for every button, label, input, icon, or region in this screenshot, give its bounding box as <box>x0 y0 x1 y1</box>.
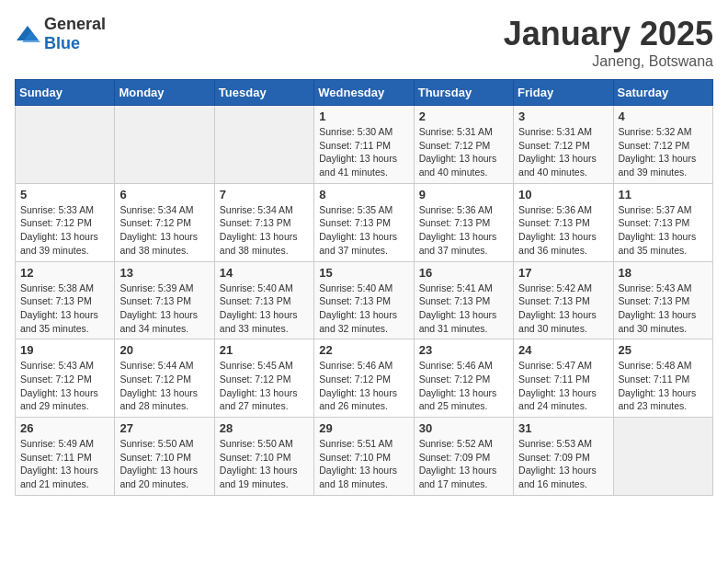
day-info: Sunrise: 5:40 AMSunset: 7:13 PMDaylight:… <box>319 282 408 336</box>
calendar-cell <box>115 106 214 184</box>
calendar-cell: 18Sunrise: 5:43 AMSunset: 7:13 PMDayligh… <box>613 261 712 339</box>
calendar-cell: 10Sunrise: 5:36 AMSunset: 7:13 PMDayligh… <box>514 183 613 261</box>
calendar-cell: 22Sunrise: 5:46 AMSunset: 7:12 PMDayligh… <box>314 339 414 418</box>
calendar-cell: 3Sunrise: 5:31 AMSunset: 7:12 PMDaylight… <box>514 106 613 184</box>
day-info: Sunrise: 5:37 AMSunset: 7:13 PMDaylight:… <box>619 203 708 258</box>
calendar-title: January 2025 <box>504 15 713 53</box>
calendar-cell: 12Sunrise: 5:38 AMSunset: 7:13 PMDayligh… <box>16 261 115 339</box>
day-number: 30 <box>419 421 508 435</box>
day-number: 25 <box>619 343 708 357</box>
header-friday: Friday <box>514 80 613 106</box>
calendar-cell: 11Sunrise: 5:37 AMSunset: 7:13 PMDayligh… <box>613 183 712 261</box>
day-info: Sunrise: 5:46 AMSunset: 7:12 PMDaylight:… <box>419 359 508 413</box>
day-info: Sunrise: 5:44 AMSunset: 7:12 PMDaylight:… <box>119 359 209 413</box>
day-number: 22 <box>319 343 408 357</box>
calendar-cell: 2Sunrise: 5:31 AMSunset: 7:12 PMDaylight… <box>414 106 513 184</box>
day-number: 18 <box>619 266 708 280</box>
day-info: Sunrise: 5:34 AMSunset: 7:13 PMDaylight:… <box>220 203 309 258</box>
calendar-cell: 8Sunrise: 5:35 AMSunset: 7:13 PMDaylight… <box>314 183 414 261</box>
day-info: Sunrise: 5:51 AMSunset: 7:10 PMDaylight:… <box>319 437 408 491</box>
calendar-cell: 30Sunrise: 5:52 AMSunset: 7:09 PMDayligh… <box>414 418 513 496</box>
day-number: 16 <box>419 266 508 280</box>
calendar-table: SundayMondayTuesdayWednesdayThursdayFrid… <box>15 79 713 496</box>
calendar-cell: 25Sunrise: 5:48 AMSunset: 7:11 PMDayligh… <box>613 339 712 418</box>
day-info: Sunrise: 5:45 AMSunset: 7:12 PMDaylight:… <box>220 359 309 413</box>
calendar-cell: 14Sunrise: 5:40 AMSunset: 7:13 PMDayligh… <box>214 261 313 339</box>
day-info: Sunrise: 5:46 AMSunset: 7:12 PMDaylight:… <box>319 359 408 413</box>
calendar-cell: 17Sunrise: 5:42 AMSunset: 7:13 PMDayligh… <box>514 261 613 339</box>
calendar-cell: 24Sunrise: 5:47 AMSunset: 7:11 PMDayligh… <box>514 339 613 418</box>
calendar-cell: 31Sunrise: 5:53 AMSunset: 7:09 PMDayligh… <box>514 418 613 496</box>
day-info: Sunrise: 5:31 AMSunset: 7:12 PMDaylight:… <box>518 125 608 179</box>
calendar-cell: 28Sunrise: 5:50 AMSunset: 7:10 PMDayligh… <box>214 418 313 496</box>
calendar-cell: 5Sunrise: 5:33 AMSunset: 7:12 PMDaylight… <box>16 183 115 261</box>
calendar-cell: 27Sunrise: 5:50 AMSunset: 7:10 PMDayligh… <box>115 418 214 496</box>
calendar-cell: 19Sunrise: 5:43 AMSunset: 7:12 PMDayligh… <box>16 339 115 418</box>
day-number: 10 <box>518 188 608 201</box>
day-info: Sunrise: 5:42 AMSunset: 7:13 PMDaylight:… <box>518 282 608 336</box>
logo-text-general: General <box>44 15 106 33</box>
calendar-cell: 26Sunrise: 5:49 AMSunset: 7:11 PMDayligh… <box>16 418 115 496</box>
day-info: Sunrise: 5:41 AMSunset: 7:13 PMDaylight:… <box>419 282 508 336</box>
day-number: 1 <box>319 109 408 123</box>
day-info: Sunrise: 5:36 AMSunset: 7:13 PMDaylight:… <box>419 203 508 258</box>
logo-text-blue: Blue <box>44 34 80 52</box>
header-thursday: Thursday <box>414 80 513 106</box>
day-number: 27 <box>119 421 209 435</box>
day-info: Sunrise: 5:49 AMSunset: 7:11 PMDaylight:… <box>20 437 109 491</box>
day-number: 3 <box>518 109 608 123</box>
calendar-cell <box>16 106 115 184</box>
day-number: 4 <box>619 109 708 123</box>
calendar-cell: 7Sunrise: 5:34 AMSunset: 7:13 PMDaylight… <box>214 183 313 261</box>
day-info: Sunrise: 5:48 AMSunset: 7:11 PMDaylight:… <box>619 359 708 413</box>
calendar-subtitle: Janeng, Botswana <box>504 53 713 70</box>
day-info: Sunrise: 5:52 AMSunset: 7:09 PMDaylight:… <box>419 437 508 491</box>
calendar-cell: 13Sunrise: 5:39 AMSunset: 7:13 PMDayligh… <box>115 261 214 339</box>
header-tuesday: Tuesday <box>214 80 313 106</box>
day-info: Sunrise: 5:38 AMSunset: 7:13 PMDaylight:… <box>20 282 109 336</box>
calendar-cell: 29Sunrise: 5:51 AMSunset: 7:10 PMDayligh… <box>314 418 414 496</box>
header-wednesday: Wednesday <box>314 80 414 106</box>
calendar-cell <box>214 106 313 184</box>
header-sunday: Sunday <box>16 80 115 106</box>
day-info: Sunrise: 5:53 AMSunset: 7:09 PMDaylight:… <box>518 437 608 491</box>
day-info: Sunrise: 5:31 AMSunset: 7:12 PMDaylight:… <box>419 125 508 179</box>
title-area: January 2025 Janeng, Botswana <box>504 15 713 70</box>
calendar-cell: 21Sunrise: 5:45 AMSunset: 7:12 PMDayligh… <box>214 339 313 418</box>
day-number: 19 <box>20 343 109 357</box>
day-number: 28 <box>220 421 309 435</box>
day-info: Sunrise: 5:34 AMSunset: 7:12 PMDaylight:… <box>119 203 209 258</box>
calendar-cell: 16Sunrise: 5:41 AMSunset: 7:13 PMDayligh… <box>414 261 513 339</box>
day-number: 29 <box>319 421 408 435</box>
day-number: 2 <box>419 109 508 123</box>
day-number: 15 <box>319 266 408 280</box>
day-number: 23 <box>419 343 508 357</box>
day-info: Sunrise: 5:40 AMSunset: 7:13 PMDaylight:… <box>220 282 309 336</box>
calendar-cell: 6Sunrise: 5:34 AMSunset: 7:12 PMDaylight… <box>115 183 214 261</box>
calendar-cell: 23Sunrise: 5:46 AMSunset: 7:12 PMDayligh… <box>414 339 513 418</box>
day-info: Sunrise: 5:39 AMSunset: 7:13 PMDaylight:… <box>119 282 209 336</box>
day-info: Sunrise: 5:36 AMSunset: 7:13 PMDaylight:… <box>518 203 608 258</box>
calendar-cell <box>613 418 712 496</box>
day-number: 20 <box>119 343 209 357</box>
day-info: Sunrise: 5:50 AMSunset: 7:10 PMDaylight:… <box>119 437 209 491</box>
logo: General Blue <box>15 15 106 53</box>
day-info: Sunrise: 5:33 AMSunset: 7:12 PMDaylight:… <box>20 203 109 258</box>
logo-icon <box>15 24 40 44</box>
day-info: Sunrise: 5:43 AMSunset: 7:13 PMDaylight:… <box>619 282 708 336</box>
day-info: Sunrise: 5:32 AMSunset: 7:12 PMDaylight:… <box>619 125 708 179</box>
calendar-cell: 20Sunrise: 5:44 AMSunset: 7:12 PMDayligh… <box>115 339 214 418</box>
day-info: Sunrise: 5:50 AMSunset: 7:10 PMDaylight:… <box>220 437 309 491</box>
day-info: Sunrise: 5:43 AMSunset: 7:12 PMDaylight:… <box>20 359 109 413</box>
day-number: 12 <box>20 266 109 280</box>
day-number: 24 <box>518 343 608 357</box>
calendar-cell: 1Sunrise: 5:30 AMSunset: 7:11 PMDaylight… <box>314 106 414 184</box>
header-monday: Monday <box>115 80 214 106</box>
day-info: Sunrise: 5:35 AMSunset: 7:13 PMDaylight:… <box>319 203 408 258</box>
day-number: 14 <box>220 266 309 280</box>
calendar-cell: 9Sunrise: 5:36 AMSunset: 7:13 PMDaylight… <box>414 183 513 261</box>
day-number: 13 <box>119 266 209 280</box>
day-number: 26 <box>20 421 109 435</box>
calendar-cell: 15Sunrise: 5:40 AMSunset: 7:13 PMDayligh… <box>314 261 414 339</box>
day-number: 11 <box>619 188 708 201</box>
